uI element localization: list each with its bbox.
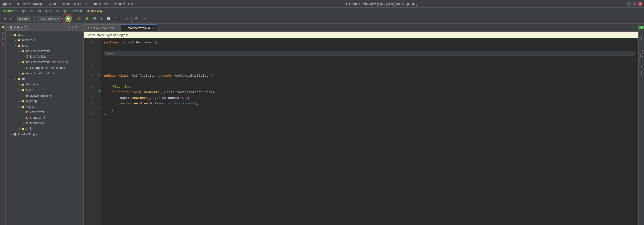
- tree-item-app[interactable]: ▾ 📁 app: [6, 32, 83, 37]
- left-icon-strip: 📁 🖼 🔧 🔖: [0, 24, 6, 225]
- breadcrumb-net[interactable]: net: [55, 9, 59, 13]
- breadcrumb-sep-1: ›: [27, 9, 28, 13]
- tree-item-strings-xml[interactable]: ⊞ strings.xml: [6, 115, 83, 120]
- menu-vcs[interactable]: VCS: [104, 2, 110, 6]
- profile-button[interactable]: ⚡: [84, 16, 90, 22]
- run-config-selector[interactable]: app ▾: [17, 16, 31, 22]
- assistant-button[interactable]: Assistant: [639, 61, 644, 77]
- project-scope-selector[interactable]: 🤖 Android ▾: [8, 25, 28, 30]
- code-plain: }: [104, 112, 106, 117]
- tab-close-activity-main[interactable]: ✕: [115, 27, 117, 29]
- menu-edit[interactable]: Edit: [14, 2, 20, 6]
- tree-item-activity-main-xml[interactable]: ⊞ activity_main.xml: [6, 93, 83, 98]
- breadcrumb: HelloWorld › app › src › main › java › n…: [0, 8, 644, 14]
- device-manager-button[interactable]: Device Manager: [639, 46, 644, 61]
- tree-item-test[interactable]: ▶ 📂 net.cgh.helloworld (test): [6, 71, 83, 76]
- panel-settings-button[interactable]: ⚙: [75, 26, 77, 28]
- code-plain: savedInstanceState) {: [175, 90, 218, 95]
- settings-button[interactable]: ⚙: [141, 16, 147, 22]
- gutter-5: [96, 60, 101, 66]
- bookmarks-icon[interactable]: 🔖: [0, 41, 5, 46]
- folder-icon: 📂: [21, 60, 25, 64]
- avd-manager-button[interactable]: 📱: [116, 16, 123, 22]
- menu-tools[interactable]: Tools: [94, 2, 101, 6]
- tree-item-layout[interactable]: ▾ 📁 layout: [6, 87, 83, 93]
- tab-activity-main-xml[interactable]: ⊞ activity_main.xml ✕: [84, 24, 121, 31]
- tree-item-colors-xml[interactable]: ⊞ colors.xml: [6, 109, 83, 115]
- tree-item-example-test[interactable]: C ExampleInstrumentedTest: [6, 65, 83, 71]
- breadcrumb-java[interactable]: java: [46, 9, 52, 13]
- breadcrumb-src[interactable]: src: [29, 9, 33, 13]
- project-icon[interactable]: 📁: [0, 25, 5, 30]
- tree-item-mainactivity[interactable]: C MainActivity: [6, 54, 83, 59]
- tab-mainactivity-java[interactable]: C MainActivity.java ✕: [121, 24, 157, 31]
- sync-button[interactable]: 🔄: [105, 16, 112, 22]
- panel-scope-button[interactable]: ⊙: [68, 26, 70, 28]
- minimize-button[interactable]: —: [627, 2, 631, 6]
- tree-item-mipmap[interactable]: ▶ 📁 mipmap: [6, 98, 83, 104]
- tree-arrow: ▶: [10, 133, 13, 136]
- kw-public: public: [104, 73, 116, 79]
- device-selector[interactable]: 📱 Pixel 4 API 33 ▾: [33, 16, 61, 22]
- gradle-panel-button[interactable]: Gradle: [639, 31, 644, 46]
- code-content[interactable]: package net.cgh.helloworld; import ...;: [101, 38, 638, 225]
- code-editor[interactable]: 1 2 3 4 5 6 7 8 9 10 11 12 13 14: [84, 38, 638, 225]
- code-plain: (R.layout.: [148, 101, 168, 106]
- file-tree: ▾ 📁 app ▶ 📁 manifests ▾ 📁 java: [6, 31, 83, 225]
- panel-collapse-button[interactable]: —: [79, 26, 81, 28]
- menu-file[interactable]: File: [6, 2, 11, 6]
- build-variants-icon[interactable]: 🔧: [0, 36, 5, 41]
- tree-label: values: [26, 105, 35, 108]
- tree-item-res[interactable]: ▾ 📁 res: [6, 76, 83, 82]
- breadcrumb-main[interactable]: main: [36, 9, 43, 13]
- menu-refactor[interactable]: Refactor: [59, 2, 71, 6]
- back-button[interactable]: ◀: [2, 16, 7, 22]
- kw-void: void: [133, 90, 141, 95]
- tree-item-gradle-scripts[interactable]: ▶ 🐘 Gradle Scripts: [6, 132, 83, 137]
- search-everywhere-button[interactable]: 🔍: [134, 16, 140, 22]
- debug-button[interactable]: 🐛: [76, 16, 83, 22]
- maximize-button[interactable]: □: [633, 2, 636, 6]
- stop-button[interactable]: ⏹: [99, 16, 104, 22]
- menu-view[interactable]: View: [23, 2, 30, 6]
- code-line-2: [104, 45, 635, 51]
- java-file-icon: C: [25, 66, 29, 70]
- tree-item-xml-folder[interactable]: ▶ 📁 xml: [6, 126, 83, 132]
- run-button-container: [64, 15, 73, 22]
- bookmark-icon-13: ⋯: [98, 106, 99, 109]
- breadcrumb-mainactivity[interactable]: MainActivity: [86, 9, 102, 13]
- breadcrumb-cgh[interactable]: cgh: [62, 9, 67, 13]
- close-button[interactable]: ✕: [638, 2, 642, 6]
- tab-close-mainactivity[interactable]: ✕: [151, 27, 154, 30]
- menu-navigate[interactable]: Navigate: [33, 2, 45, 6]
- menu-window[interactable]: Window: [114, 2, 125, 6]
- panel-sort-button[interactable]: ⇅: [71, 26, 73, 28]
- menu-run[interactable]: Run: [85, 2, 90, 6]
- class-name: MainActivity: [132, 73, 155, 79]
- fold-icon-10[interactable]: ▶⏺: [97, 90, 100, 92]
- tree-item-drawable[interactable]: ▶ 📁 drawable: [6, 82, 83, 87]
- tree-item-java[interactable]: ▾ 📁 java: [6, 43, 83, 48]
- breadcrumb-helloworld[interactable]: helloworld: [70, 9, 83, 13]
- sdk-manager-button[interactable]: ⚙: [124, 16, 129, 22]
- breadcrumb-appname[interactable]: HelloWorld: [3, 9, 18, 13]
- forward-button[interactable]: ▶: [8, 16, 13, 22]
- tree-item-values[interactable]: ▾ 📁 values: [6, 104, 83, 109]
- tree-item-androidtest[interactable]: ▾ 📂 net.cgh.helloworld (androidTest): [6, 59, 83, 65]
- menu-code[interactable]: Code: [49, 2, 56, 6]
- line-num-1: 1: [84, 40, 93, 45]
- line-numbers: 1 2 3 4 5 6 7 8 9 10 11 12 13 14: [84, 38, 96, 225]
- resource-manager-icon[interactable]: 🖼: [0, 30, 5, 35]
- line-num-11: 11: [84, 95, 93, 101]
- breadcrumb-app[interactable]: app: [21, 9, 26, 13]
- tree-item-themes[interactable]: ▶ ⊞ themes (2): [6, 120, 83, 126]
- menu-bar: File Edit View Navigate Code Refactor Bu…: [6, 2, 134, 6]
- code-line-13: }: [104, 106, 635, 112]
- tree-item-net-cgh-helloworld[interactable]: ▾ 📂 net.cgh.helloworld: [6, 48, 83, 54]
- code-plain: [129, 73, 131, 79]
- attach-button[interactable]: 🔗: [91, 16, 98, 22]
- menu-help[interactable]: Help: [128, 2, 134, 6]
- tree-item-manifests[interactable]: ▶ 📁 manifests: [6, 37, 83, 43]
- tree-arrow: ▶: [14, 38, 17, 42]
- menu-build[interactable]: Build: [74, 2, 81, 6]
